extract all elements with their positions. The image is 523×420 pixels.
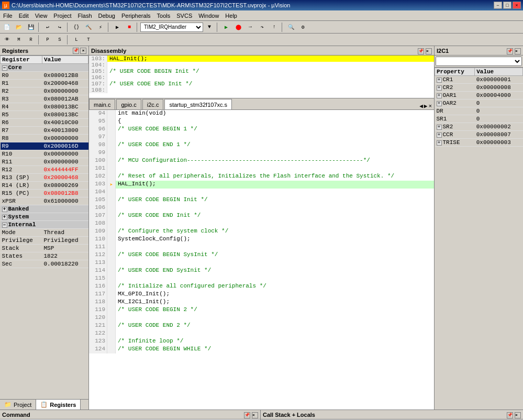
trise-expand-icon[interactable]: +	[437, 140, 442, 146]
save-button[interactable]: 💾	[25, 22, 37, 32]
settings-button[interactable]: ⚙	[297, 22, 309, 32]
function-dropdown[interactable]: TIM2_IRQHandler	[140, 23, 203, 32]
registers-panel-controls[interactable]: 📌 ×	[73, 48, 86, 54]
internal-expand-icon[interactable]: −	[2, 223, 7, 228]
peripheral-btn[interactable]: P	[42, 35, 53, 45]
minimize-button[interactable]: −	[494, 2, 502, 9]
oar1-expand-icon[interactable]: +	[437, 93, 442, 98]
dropdown-arrow[interactable]: ▼	[204, 22, 215, 32]
watch-button[interactable]: 👁	[1, 35, 13, 45]
core-group-row[interactable]: −Core	[1, 64, 88, 72]
i2c-row-oar1[interactable]: +OAR1 0x00004000	[435, 92, 523, 100]
tab-main-c[interactable]: main.c	[89, 99, 115, 109]
debug-button[interactable]: ▶	[112, 22, 123, 32]
disassembly-controls[interactable]: 📌 ×	[418, 47, 432, 54]
menu-help[interactable]: Help	[222, 12, 240, 20]
ccr-expand-icon[interactable]: +	[437, 132, 442, 138]
reg-row-r1[interactable]: R10x20000468	[1, 80, 88, 87]
reg-row-xpsr[interactable]: xPSR0x61000000	[1, 197, 88, 205]
cr2-expand-icon[interactable]: +	[437, 85, 442, 91]
menu-debug[interactable]: Debug	[95, 12, 118, 20]
code-content[interactable]: 94 int main(void) 95 { 96 /* USER CODE B…	[89, 110, 434, 410]
reg-row-r7[interactable]: R70x40013800	[1, 127, 88, 135]
stack-btn[interactable]: S	[54, 35, 65, 45]
command-close-icon[interactable]: ×	[252, 412, 258, 418]
i2c-close-icon[interactable]: ×	[515, 48, 521, 54]
i2c-panel-controls[interactable]: 📌 ×	[507, 47, 521, 54]
code-tab-controls[interactable]: ◀ ▶ ×	[419, 103, 434, 109]
close-button[interactable]: ×	[513, 2, 521, 9]
i2c-row-ccr[interactable]: +CCR 0x00008007	[435, 131, 523, 139]
tab-scroll-left-icon[interactable]: ◀	[419, 103, 423, 109]
registers-close-icon[interactable]: ×	[80, 48, 86, 54]
search-button[interactable]: 🔍	[285, 22, 297, 32]
tab-i2c-c[interactable]: i2c.c	[142, 99, 164, 109]
new-file-button[interactable]: 📄	[1, 22, 13, 32]
trace-btn[interactable]: T	[83, 35, 94, 45]
reg-row-r11[interactable]: R110x00000000	[1, 158, 88, 166]
i2c-dropdown[interactable]	[436, 57, 522, 66]
reg-row-privilege[interactable]: PrivilegePrivileged	[1, 237, 88, 245]
callstack-close-icon[interactable]: ×	[515, 412, 521, 418]
reg-row-r15[interactable]: R15 (PC)0x080012B8	[1, 190, 88, 197]
oar2-expand-icon[interactable]: +	[437, 101, 442, 106]
registers-btn2[interactable]: R	[25, 35, 37, 45]
breakpoint-button[interactable]: ⬤	[232, 22, 244, 32]
i2c-row-dr[interactable]: DR 0	[435, 107, 523, 115]
callstack-panel-controls[interactable]: 📌 ×	[507, 411, 521, 418]
menu-edit[interactable]: Edit	[16, 12, 32, 20]
banked-group-row[interactable]: +Banked	[1, 205, 88, 213]
menu-svcs[interactable]: SVCS	[173, 12, 195, 20]
menu-peripherals[interactable]: Peripherals	[118, 12, 154, 20]
reg-row-r5[interactable]: R50x080013BC	[1, 111, 88, 119]
i2c-row-cr1[interactable]: +CR1 0x00000001	[435, 76, 523, 84]
undo-button[interactable]: ↩	[42, 22, 53, 32]
reg-row-stack[interactable]: StackMSP	[1, 245, 88, 252]
reg-row-r0[interactable]: R00x080012B8	[1, 72, 88, 80]
window-controls[interactable]: − □ ×	[494, 2, 521, 9]
tab-gpio-c[interactable]: gpio.c	[116, 99, 141, 109]
i2c-row-oar2[interactable]: +OAR2 0	[435, 100, 523, 107]
step-over-button[interactable]: ↷	[257, 22, 268, 32]
reg-row-sec[interactable]: Sec0.00018220	[1, 260, 88, 268]
system-expand-icon[interactable]: +	[2, 215, 7, 220]
callstack-pin-icon[interactable]: 📌	[507, 412, 513, 418]
i2c-row-sr2[interactable]: +SR2 0x00000002	[435, 123, 523, 131]
reg-row-states[interactable]: States1822	[1, 252, 88, 260]
tab-close-icon[interactable]: ×	[428, 103, 432, 109]
core-expand-icon[interactable]: −	[2, 65, 7, 71]
menu-tools[interactable]: Tools	[154, 12, 174, 20]
i2c-row-cr2[interactable]: +CR2 0x00000008	[435, 84, 523, 92]
step-out-button[interactable]: ↑	[269, 22, 280, 32]
reg-row-r4[interactable]: R40x080013BC	[1, 103, 88, 111]
menu-window[interactable]: Window	[195, 12, 222, 20]
i2c-row-trise[interactable]: +TRISE 0x00000003	[435, 139, 523, 147]
registers-tab[interactable]: 📋 Registers	[36, 400, 81, 410]
reg-row-r3[interactable]: R30x080012AB	[1, 95, 88, 103]
reg-row-r2[interactable]: R20x00000000	[1, 87, 88, 95]
reg-row-r9[interactable]: R90x2000016D	[1, 142, 88, 150]
menu-project[interactable]: Project	[50, 12, 74, 20]
maximize-button[interactable]: □	[503, 2, 511, 9]
project-tab[interactable]: 📁 Project	[0, 400, 36, 410]
run-button[interactable]: ▶	[220, 22, 232, 32]
reg-row-r14[interactable]: R14 (LR)0x08000269	[1, 182, 88, 190]
disassembly-close-icon[interactable]: ×	[426, 48, 432, 54]
rebuild-button[interactable]: ⚡	[95, 22, 106, 32]
reg-row-r6[interactable]: R60x40010C00	[1, 119, 88, 127]
cr1-expand-icon[interactable]: +	[437, 78, 442, 83]
reg-row-mode[interactable]: ModeThread	[1, 229, 88, 237]
open-file-button[interactable]: 📂	[13, 22, 25, 32]
system-group-row[interactable]: +System	[1, 213, 88, 221]
logic-btn[interactable]: L	[71, 35, 82, 45]
tab-startup-s[interactable]: startup_stm32f107xc.s	[164, 99, 232, 109]
i2c-row-sr1[interactable]: SR1 0	[435, 115, 523, 123]
banked-expand-icon[interactable]: +	[2, 207, 7, 212]
internal-group-row[interactable]: −Internal	[1, 221, 88, 229]
reg-row-r8[interactable]: R80x00000000	[1, 135, 88, 142]
command-pin-icon[interactable]: 📌	[244, 412, 250, 418]
registers-pin-icon[interactable]: 📌	[73, 48, 79, 54]
build-button[interactable]: 🔨	[83, 22, 94, 32]
sr2-expand-icon[interactable]: +	[437, 125, 442, 130]
reg-row-r12[interactable]: R120x444444FF	[1, 166, 88, 174]
